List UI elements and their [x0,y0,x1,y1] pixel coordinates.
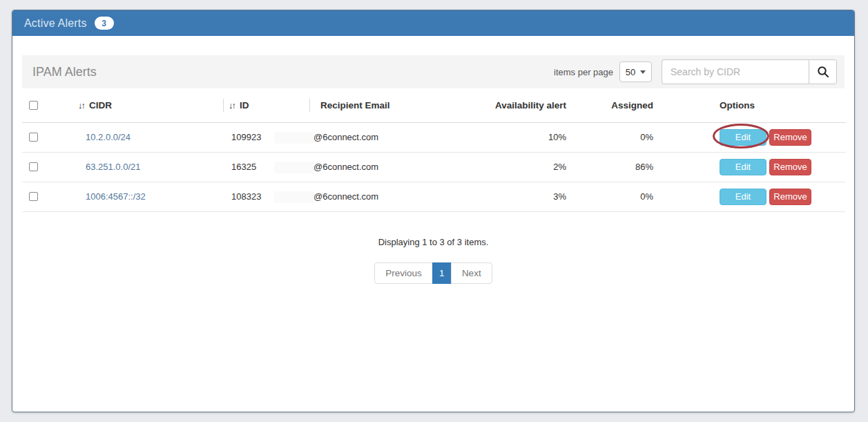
column-header-recipient-email: Recipient Email [309,88,476,122]
table-row: 63.251.0.0/21 16325 @6connect.com 2% 86%… [22,152,846,182]
panel-header: IPAM Alerts items per page 50 [22,55,845,88]
window-title: Active Alerts [24,17,87,30]
active-alerts-window: Active Alerts 3 IPAM Alerts items per pa… [12,10,855,412]
column-header-assigned: Assigned [574,88,658,122]
column-header-options: Options [658,88,846,122]
column-header-label: Recipient Email [320,100,390,111]
remove-button[interactable]: Remove [769,129,811,146]
redacted-username [274,191,314,203]
column-header-label: Availability alert [495,100,566,111]
table-row: 10.2.0.0/24 109923 @6connect.com 10% 0% … [22,122,846,152]
availability-alert-cell: 10% [476,122,574,152]
cidr-link[interactable]: 1006:4567::/32 [86,191,146,202]
row-checkbox[interactable] [29,162,38,171]
column-header-id[interactable]: ↓↑ID [223,88,309,122]
pagination-next-button[interactable]: Next [451,262,492,284]
assigned-cell: 0% [574,182,658,211]
email-domain: @6connect.com [314,191,378,202]
sort-icon: ↓↑ [229,100,235,111]
remove-button[interactable]: Remove [769,189,811,205]
pagination: Previous 1 Next [12,262,854,284]
cidr-link[interactable]: 63.251.0.0/21 [86,162,141,172]
redacted-username [274,162,314,173]
sort-icon: ↓↑ [78,100,84,111]
email-cell: @6connect.com [309,182,476,211]
email-domain: @6connect.com [314,132,378,142]
chevron-down-icon [640,70,646,74]
assigned-cell: 0% [574,122,658,152]
ipam-alerts-table: ↓↑CIDR ↓↑ID Recipient Email Availability… [22,88,846,212]
column-header-label: Assigned [611,100,653,111]
window-titlebar: Active Alerts 3 [12,10,854,36]
items-per-page-label: items per page [554,67,613,77]
alert-count-badge: 3 [95,17,114,30]
results-summary: Displaying 1 to 3 of 3 items. [12,237,854,247]
search-input[interactable] [662,59,809,84]
edit-button[interactable]: Edit [720,129,766,146]
remove-button[interactable]: Remove [769,159,811,175]
column-header-label: Options [720,100,755,111]
cidr-link[interactable]: 10.2.0.0/24 [86,132,131,142]
column-header-availability-alert: Availability alert [476,88,574,122]
column-header-label: ID [240,100,249,111]
edit-button[interactable]: Edit [720,189,766,205]
items-per-page-value: 50 [626,67,635,77]
edit-button[interactable]: Edit [720,159,766,175]
email-cell: @6connect.com [309,152,476,182]
assigned-cell: 86% [574,152,658,182]
row-checkbox[interactable] [29,133,38,142]
select-all-checkbox[interactable] [29,101,38,110]
availability-alert-cell: 3% [476,182,574,211]
email-cell: @6connect.com [309,122,476,152]
search-button[interactable] [809,59,837,84]
pagination-page-1-button[interactable]: 1 [432,262,452,284]
column-header-label: CIDR [89,100,112,111]
email-domain: @6connect.com [314,162,378,172]
table-row: 1006:4567::/32 108323 @6connect.com 3% 0… [22,182,846,211]
redacted-username [274,132,314,144]
panel-title: IPAM Alerts [32,65,97,79]
search-group [662,59,837,84]
column-header-cidr[interactable]: ↓↑CIDR [74,88,223,122]
magnifier-icon [816,65,830,79]
row-checkbox[interactable] [29,192,38,201]
table-header-row: ↓↑CIDR ↓↑ID Recipient Email Availability… [22,88,846,122]
items-per-page-select[interactable]: 50 [619,61,652,82]
availability-alert-cell: 2% [476,152,574,182]
pagination-previous-button[interactable]: Previous [374,262,433,284]
